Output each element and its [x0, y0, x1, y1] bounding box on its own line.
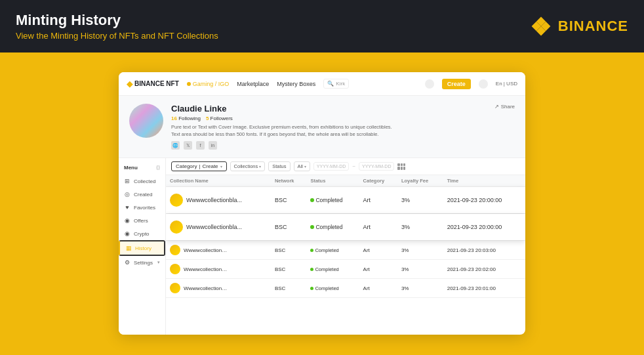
main-content: ◆ BINANCE NFT Gaming / IGO Marketplace M… — [0, 52, 644, 355]
collection-name-text: Wwwwcollectionbla... — [186, 224, 242, 230]
history-table-container: Collection Name Network Status Category … — [166, 175, 525, 335]
filter-date-to[interactable]: YYYY-MM-DD — [359, 162, 394, 171]
table-row[interactable]: Wwwwcollectionbla... BSCCompletedArt3%20… — [166, 187, 525, 214]
share-icon: ↗ — [494, 104, 499, 110]
binance-diamond-icon — [529, 14, 553, 38]
cell-status: Completed — [306, 214, 359, 241]
sidebar-favorites-label: Favorites — [134, 205, 155, 211]
filter-category-dropdown[interactable]: Category | Create ▾ — [171, 161, 227, 171]
binance-logo: BINANCE — [529, 14, 628, 38]
nav-settings-icon[interactable] — [425, 79, 434, 89]
social-facebook-icon[interactable]: f — [196, 141, 205, 150]
cell-collection-name: Wwwwcollectionbla... — [166, 187, 271, 214]
cell-loyalty-fee: 3% — [397, 260, 443, 279]
nav-item-mystery[interactable]: Mystery Boxes — [277, 81, 315, 87]
collection-thumbnail — [170, 283, 180, 293]
cell-status: Completed — [306, 187, 359, 214]
cell-network: BSC — [271, 187, 307, 214]
sidebar-item-history[interactable]: ▦ History — [119, 240, 165, 256]
cell-time: 2021-09-23 20:02:00 — [443, 260, 525, 279]
sidebar-collected-label: Collected — [134, 178, 155, 184]
nav-search[interactable]: 🔍 Kirk — [323, 79, 349, 89]
status-dot — [310, 198, 314, 202]
social-twitter-icon[interactable]: 𝕏 — [184, 141, 192, 150]
sidebar-item-collected[interactable]: ⊞ Collected — [119, 175, 165, 188]
nft-logo-text: BINANCE NFT — [134, 80, 179, 87]
nav-item-gaming[interactable]: Gaming / IGO — [187, 81, 230, 87]
cell-network: BSC — [271, 260, 307, 279]
nav-item-marketplace[interactable]: Marketplace — [237, 81, 269, 87]
binance-logo-text: BINANCE — [558, 18, 628, 35]
col-loyalty-fee: Loyalty Fee — [397, 175, 443, 187]
nft-logo: ◆ BINANCE NFT — [127, 79, 179, 89]
sidebar-item-created[interactable]: ◎ Created — [119, 188, 165, 201]
filter-collections[interactable]: Collections ▾ — [230, 161, 266, 171]
sidebar: Menu ⟨⟩ ⊞ Collected ◎ Created ♥ Favorite… — [119, 158, 166, 335]
sidebar-item-settings[interactable]: ⚙ Settings ▾ — [119, 256, 165, 269]
filter-grid-view-icon[interactable] — [397, 163, 405, 170]
sidebar-item-crypto[interactable]: ◉ Crypto — [119, 227, 165, 240]
cell-collection-name: Wwwwcollectionbla... — [166, 241, 271, 260]
cell-network: BSC — [271, 214, 307, 241]
status-text: Completed — [315, 285, 338, 291]
collected-icon: ⊞ — [124, 178, 131, 184]
cell-time: 2021-09-23 20:03:00 — [443, 241, 525, 260]
filter-date-from[interactable]: YYYY-MM-DD — [313, 162, 349, 171]
sidebar-settings-label: Settings — [134, 260, 153, 266]
col-time: Time — [443, 175, 525, 187]
status-dot — [310, 268, 313, 271]
status-text: Completed — [315, 266, 338, 272]
nav-lang[interactable]: En | USD — [496, 81, 517, 87]
share-button[interactable]: ↗ Share — [494, 104, 515, 110]
filter-collections-label: Collections — [234, 163, 258, 169]
history-icon: ▦ — [125, 245, 132, 251]
cell-category: Art — [359, 279, 397, 298]
cell-category: Art — [359, 187, 397, 214]
filter-category-chevron: ▾ — [220, 164, 222, 169]
cell-category: Art — [359, 241, 397, 260]
social-other-icon[interactable]: in — [209, 141, 217, 150]
sidebar-item-favorites[interactable]: ♥ Favorites — [119, 201, 165, 214]
table-body: Wwwwcollectionbla... BSCCompletedArt3%20… — [166, 187, 525, 298]
profile-stats: 16 Following 5 Followers — [171, 115, 487, 121]
profile-area: Claudie Linke 16 Following 5 Followers P… — [119, 96, 525, 158]
collection-thumbnail — [170, 220, 183, 234]
collection-name-text: Wwwwcollectionbla... — [184, 266, 230, 272]
create-button[interactable]: Create — [442, 79, 471, 89]
cell-status: Completed — [306, 260, 359, 279]
filter-status[interactable]: Status — [268, 161, 290, 171]
header-left: Minting History View the Minting History… — [16, 12, 218, 40]
sidebar-created-label: Created — [134, 192, 152, 198]
crypto-icon: ◉ — [124, 230, 131, 237]
collection-thumbnail — [170, 264, 180, 274]
following-count: 16 — [171, 115, 177, 121]
collections-chevron-icon: ▾ — [259, 164, 261, 169]
page-title: Minting History — [16, 12, 218, 29]
filter-date-separator: ~ — [352, 163, 355, 169]
table-header-row: Collection Name Network Status Category … — [166, 175, 525, 187]
nft-logo-icon: ◆ — [127, 79, 132, 89]
sidebar-history-label: History — [135, 245, 151, 251]
col-status: Status — [306, 175, 359, 187]
social-globe-icon[interactable]: 🌐 — [171, 141, 180, 150]
avatar — [129, 104, 163, 138]
all-chevron-icon: ▾ — [304, 164, 306, 169]
cell-network: BSC — [271, 279, 307, 298]
profile-following: 16 Following — [171, 115, 201, 121]
sidebar-collapse-icon[interactable]: ⟨⟩ — [156, 165, 160, 171]
filter-all[interactable]: All ▾ — [294, 161, 310, 171]
content-area: Menu ⟨⟩ ⊞ Collected ◎ Created ♥ Favorite… — [119, 158, 525, 335]
table-row[interactable]: Wwwwcollectionbla... BSCCompletedArt3%20… — [166, 214, 525, 241]
collection-name-text: Wwwwcollectionbla... — [186, 197, 242, 203]
status-text: Completed — [315, 247, 338, 253]
settings-icon: ⚙ — [124, 259, 131, 266]
table-row[interactable]: Wwwwcollectionbla... BSCCompletedArt3%20… — [166, 279, 525, 298]
active-dot — [187, 82, 191, 86]
table-row[interactable]: Wwwwcollectionbla... BSCCompletedArt3%20… — [166, 260, 525, 279]
nav-user-icon[interactable] — [479, 79, 488, 89]
status-text: Completed — [315, 224, 342, 230]
cell-collection-name: Wwwwcollectionbla... — [166, 214, 271, 241]
search-icon: 🔍 — [327, 81, 334, 87]
sidebar-item-offers[interactable]: ◉ Offers — [119, 214, 165, 227]
table-row[interactable]: Wwwwcollectionbla... BSCCompletedArt3%20… — [166, 241, 525, 260]
